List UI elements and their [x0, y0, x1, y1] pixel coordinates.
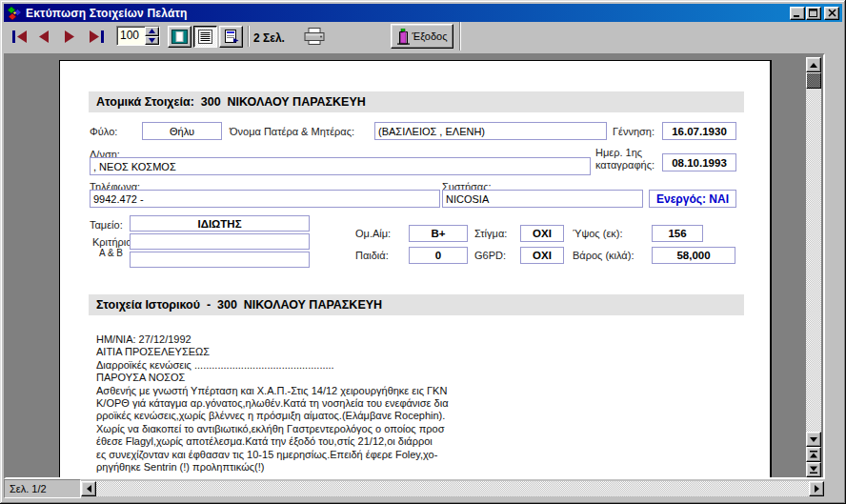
prev-page-icon: [35, 30, 52, 44]
birth-label: Γέννηση:: [613, 126, 655, 137]
criteria-value-b: [130, 252, 310, 268]
horizontal-scrollbar[interactable]: [81, 479, 824, 498]
toolbar: 100: [4, 22, 842, 54]
close-button[interactable]: [824, 7, 839, 20]
first-page-button[interactable]: [10, 30, 30, 44]
criteria-label-line1: Κριτήριο: [92, 236, 131, 248]
printer-icon: [303, 28, 326, 46]
birth-value: 16.07.1930: [662, 122, 736, 140]
scroll-left-button[interactable]: [81, 481, 96, 496]
toolbar-separator: [248, 26, 250, 47]
titlebar[interactable]: Εκτύπωση Στοιχείων Πελάτη: [4, 4, 842, 22]
next-page-icon: [61, 30, 78, 44]
next-page-scroll-button[interactable]: [806, 462, 821, 477]
stigma-value: ΟΧΙ: [520, 225, 564, 242]
maximize-button[interactable]: [806, 7, 821, 20]
history-text: ΗΜ/ΝΙΑ: 27/12/1992ΑΙΤΙΑ ΠΡΟΣΕΛΕΥΣΕΩΣΔιαρ…: [96, 333, 706, 474]
scroll-down-button[interactable]: [806, 432, 821, 447]
active-status-value: Ενεργός: ΝΑΙ: [649, 190, 736, 208]
firstrec-label-line1: Ημερ. 1ης: [595, 147, 642, 158]
parents-value: (ΒΑΣΙΛΕΙΟΣ , ΕΛΕΝΗ): [374, 122, 607, 140]
history-line: ΑΙΤΙΑ ΠΡΟΣΕΛΕΥΣΕΩΣ: [96, 346, 706, 358]
scroll-left-icon: [87, 485, 91, 493]
history-line: ες συνεχίζονταν και έφθασαν τις 10-15 ημ…: [96, 449, 706, 461]
report-page: Ατομικά Στοιχεία: 300 ΝΙΚΟΛΑΟΥ ΠΑΡΑΣΚΕΥΗ…: [59, 60, 772, 479]
sex-label: Φύλο:: [90, 126, 117, 137]
height-label: Ύψος (εκ):: [573, 228, 623, 239]
parents-label: Όνομα Πατέρα & Μητέρας:: [230, 126, 354, 137]
first-page-icon: [10, 30, 30, 44]
prev-page-scroll-button[interactable]: [806, 447, 821, 462]
firstrec-label-line2: καταγραφής:: [595, 159, 655, 171]
address-value: , ΝΕΟΣ ΚΟΣΜΟΣ: [90, 157, 591, 175]
vertical-scrollbar[interactable]: [806, 57, 821, 477]
next-page-button[interactable]: [61, 30, 78, 44]
prev-page-button[interactable]: [35, 30, 52, 44]
spin-down-icon: [149, 38, 155, 43]
history-line: ρροϊκές κενώσεις,χωρίς βλέννες η πρόσμιξ…: [96, 410, 706, 422]
print-preview-window: Εκτύπωση Στοιχείων Πελάτη: [0, 0, 846, 504]
page-down-icon: [810, 466, 817, 474]
app-icon: [7, 6, 22, 21]
scroll-down-icon: [810, 437, 817, 442]
children-label: Παιδιά:: [355, 250, 389, 261]
height-value: 156: [652, 225, 703, 242]
sex-value: Θήλυ: [142, 122, 222, 140]
report-preview-pane: Ατομικά Στοιχεία: 300 ΝΙΚΟΛΑΟΥ ΠΑΡΑΣΚΕΥΗ…: [4, 53, 825, 479]
zoom-up-button[interactable]: [145, 27, 159, 36]
text-view-icon: [198, 30, 212, 44]
toolbar-separator-2: [459, 22, 461, 50]
multi-page-view-icon: [224, 30, 239, 44]
scroll-up-icon: [810, 63, 817, 68]
last-page-icon: [86, 30, 107, 44]
status-bar: Σελ. 1/2: [4, 479, 842, 498]
g6pd-value: ΟΧΙ: [520, 247, 564, 264]
text-view-button[interactable]: [193, 26, 217, 48]
criteria-label-line2: Α & Β: [99, 248, 123, 258]
whole-page-view-button[interactable]: [168, 26, 191, 48]
history-line: ΠΑΡΟΥΣΑ ΝΟΣΟΣ: [96, 372, 706, 384]
minimize-icon: [793, 9, 802, 18]
exit-button[interactable]: Έξοδος: [391, 24, 453, 49]
page-up-icon: [810, 451, 817, 458]
scroll-up-button[interactable]: [806, 57, 821, 72]
criteria-value-a: [130, 233, 310, 250]
weight-value: 58,000: [652, 247, 735, 264]
history-line: ρηγήθηκε Sentrin (!) προληπτικώς(!): [96, 461, 706, 474]
stigma-label: Στίγμα:: [474, 228, 507, 239]
history-line: ΗΜ/ΝΙΑ: 27/12/1992: [96, 333, 706, 346]
fund-label: Ταμείο:: [90, 219, 123, 231]
close-icon: [828, 9, 836, 17]
personal-section-header: Ατομικά Στοιχεία: 300 ΝΙΚΟΛΑΟΥ ΠΑΡΑΣΚΕΥΗ: [89, 91, 744, 112]
history-line: Χωρίς να διακοπεί το αντιβιωτικό,εκλήθη …: [96, 423, 706, 435]
exit-button-label: Έξοδος: [413, 30, 448, 42]
pages-count-label: 2 Σελ.: [253, 31, 285, 45]
zoom-spinbox: 100: [116, 26, 160, 46]
maximize-icon: [809, 9, 818, 18]
history-line: Κ/ΟΡΘ γιά κάταγμα αρ.γόνατος,ηλωθέν.Κατά…: [96, 397, 706, 410]
last-page-button[interactable]: [86, 30, 107, 44]
page-status: Σελ. 1/2: [4, 479, 81, 498]
horizontal-scrollbar-track[interactable]: [96, 481, 809, 496]
history-line: Διαρροϊκές κενώσεις ....................…: [96, 359, 706, 372]
scrollbar-corner: [824, 479, 842, 498]
children-value: 0: [409, 247, 468, 264]
scroll-right-icon: [815, 485, 819, 493]
phones-value: 9942.472 -: [90, 190, 440, 208]
scroll-right-button[interactable]: [809, 481, 824, 496]
history-line: έθεσε Flagyl,χωρίς αποτέλεσμα.Κατά την έ…: [96, 435, 706, 448]
history-section-header: Στοιχεία Ιστορικού - 300 ΝΙΚΟΛΑΟΥ ΠΑΡΑΣΚ…: [89, 294, 744, 315]
minimize-button[interactable]: [790, 7, 805, 20]
blood-group-label: Ομ.Αίμ:: [355, 228, 391, 239]
zoom-down-button[interactable]: [145, 36, 159, 46]
history-line: Ασθενής με γνωστή Υπέρταση και Χ.Α.Π.-Στ…: [96, 385, 706, 397]
g6pd-label: G6PD:: [474, 250, 506, 261]
vertical-scrollbar-track[interactable]: [806, 89, 821, 432]
zoom-input[interactable]: 100: [117, 27, 145, 45]
weight-label: Βάρος (κιλά):: [573, 250, 634, 261]
exit-door-icon: [397, 29, 410, 45]
print-button[interactable]: [303, 28, 326, 46]
blood-group-value: Β+: [409, 225, 468, 242]
vertical-scrollbar-thumb[interactable]: [806, 72, 821, 89]
multi-page-view-button[interactable]: [219, 26, 243, 48]
